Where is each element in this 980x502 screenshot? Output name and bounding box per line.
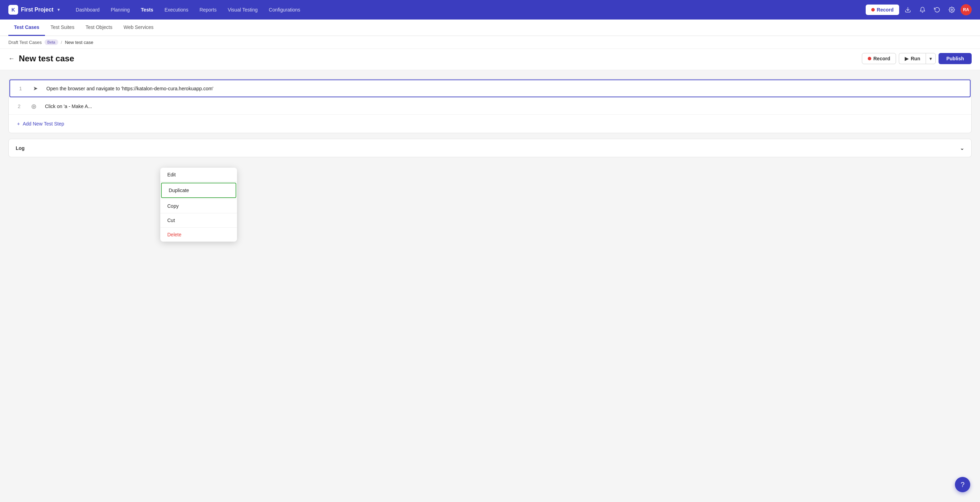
project-chevron-icon: ▾ (57, 7, 60, 12)
plus-icon: + (17, 121, 20, 126)
tab-test-suites[interactable]: Test Suites (45, 19, 80, 36)
logo-icon: K (8, 5, 18, 14)
step-text: Click on 'a - Make A... (45, 104, 964, 109)
click-icon: ◎ (30, 103, 38, 110)
context-menu-divider (160, 182, 237, 182)
settings-icon-button[interactable] (946, 4, 958, 16)
log-chevron-icon: ⌄ (960, 145, 964, 151)
tab-web-services[interactable]: Web Services (118, 19, 159, 36)
record-indicator-icon (868, 57, 871, 60)
page-header-left: ← New test case (8, 54, 74, 64)
page-title: New test case (19, 54, 74, 64)
context-menu-cut[interactable]: Cut (160, 214, 237, 227)
step-text: Open the browser and navigate to 'https:… (46, 86, 963, 91)
nav-visual-testing[interactable]: Visual Testing (223, 4, 262, 15)
svg-point-1 (951, 9, 953, 11)
nav-dashboard[interactable]: Dashboard (71, 4, 105, 15)
notifications-icon-button[interactable] (916, 4, 928, 16)
download-icon-button[interactable] (902, 4, 914, 16)
run-button-group: ▶ Run ▾ (899, 53, 936, 64)
log-section: Log ⌄ (8, 139, 972, 157)
tab-test-cases[interactable]: Test Cases (8, 19, 45, 36)
table-row[interactable]: 2 ◎ Click on 'a - Make A... (9, 98, 971, 115)
add-test-step-button[interactable]: + Add New Test Step (9, 115, 971, 133)
history-icon-button[interactable] (931, 4, 943, 16)
run-chevron-icon: ▾ (929, 56, 932, 61)
log-header[interactable]: Log ⌄ (9, 139, 971, 157)
project-logo[interactable]: K First Project ▾ (8, 5, 60, 14)
project-name: First Project (21, 6, 53, 13)
run-play-icon: ▶ (905, 56, 908, 61)
breadcrumb-beta-badge: Beta (45, 40, 58, 45)
nav-actions: Record RA (866, 4, 972, 16)
navigate-icon: ➤ (31, 85, 40, 92)
publish-button[interactable]: Publish (939, 53, 972, 64)
context-menu-copy[interactable]: Copy (160, 199, 237, 213)
record-button[interactable]: Record (862, 53, 896, 64)
table-row[interactable]: 1 ➤ Open the browser and navigate to 'ht… (10, 80, 970, 97)
nav-links: Dashboard Planning Tests Executions Repo… (71, 4, 865, 15)
main-content: 1 ➤ Open the browser and navigate to 'ht… (0, 70, 980, 166)
tab-test-objects[interactable]: Test Objects (80, 19, 118, 36)
step-number: 2 (16, 104, 23, 109)
breadcrumb-current: New test case (65, 40, 94, 45)
breadcrumb-parent: Draft Test Cases (8, 40, 42, 45)
step-number: 1 (17, 86, 24, 91)
nav-reports[interactable]: Reports (194, 4, 221, 15)
nav-executions[interactable]: Executions (160, 4, 193, 15)
nav-planning[interactable]: Planning (106, 4, 135, 15)
context-menu-duplicate[interactable]: Duplicate (161, 183, 236, 198)
help-icon: ? (961, 481, 964, 489)
page-header-right: Record ▶ Run ▾ Publish (862, 53, 972, 64)
page-header: ← New test case Record ▶ Run ▾ Publish (0, 49, 980, 70)
run-dropdown-button[interactable]: ▾ (926, 53, 936, 64)
breadcrumb: Draft Test Cases Beta / New test case (0, 36, 980, 49)
run-button[interactable]: ▶ Run (899, 53, 926, 64)
test-steps-card: 1 ➤ Open the browser and navigate to 'ht… (8, 78, 972, 133)
log-label: Log (16, 145, 25, 151)
sub-navigation: Test Cases Test Suites Test Objects Web … (0, 19, 980, 36)
back-button[interactable]: ← (8, 55, 14, 62)
breadcrumb-separator: / (61, 40, 62, 45)
nav-configurations[interactable]: Configurations (264, 4, 305, 15)
nav-tests[interactable]: Tests (136, 4, 158, 15)
add-step-label: Add New Test Step (23, 121, 64, 126)
context-menu: Edit Duplicate Copy Cut Delete (160, 168, 237, 242)
help-button[interactable]: ? (955, 477, 970, 492)
context-menu-delete[interactable]: Delete (160, 228, 237, 242)
context-menu-edit[interactable]: Edit (160, 168, 237, 182)
record-dot-icon (871, 8, 875, 11)
top-record-button[interactable]: Record (866, 5, 899, 15)
user-avatar[interactable]: RA (961, 4, 972, 15)
top-navigation: K First Project ▾ Dashboard Planning Tes… (0, 0, 980, 19)
